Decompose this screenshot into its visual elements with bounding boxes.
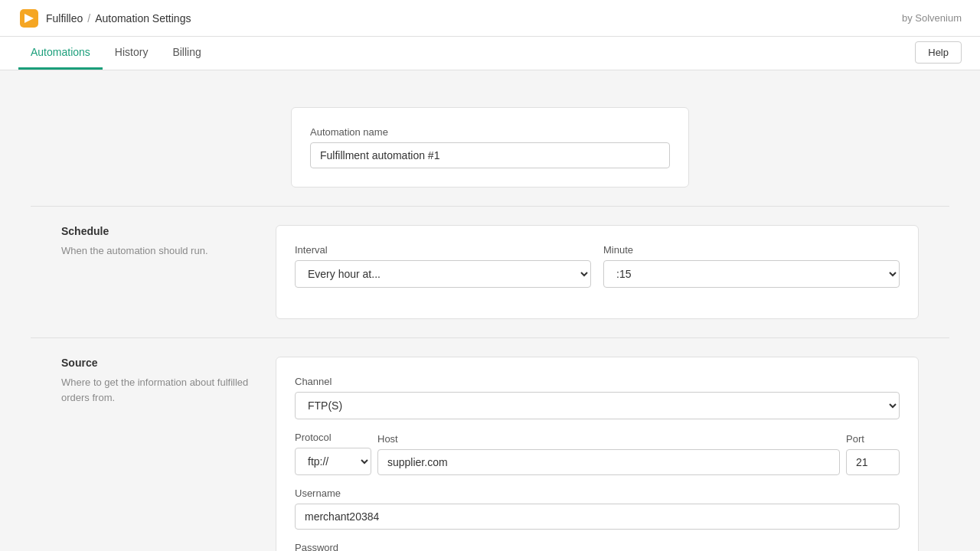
schedule-section-left: Schedule When the automation should run.: [61, 225, 276, 319]
tab-automations[interactable]: Automations: [18, 37, 103, 70]
host-col: Host: [377, 433, 840, 475]
username-label: Username: [295, 487, 900, 499]
automation-name-group: Automation name: [310, 126, 670, 168]
source-desc: Where to get the information about fulfi…: [61, 375, 251, 405]
breadcrumb-page: Automation Settings: [95, 12, 191, 24]
minute-group: Minute :00 :05 :10 :15 :20 :30 :45: [603, 244, 900, 300]
automation-name-input[interactable]: [310, 142, 670, 168]
password-group: Password: [295, 542, 900, 551]
port-input[interactable]: [846, 449, 900, 475]
schedule-label: Schedule: [61, 225, 251, 237]
channel-select[interactable]: FTP(S) SFTP HTTP Email: [295, 392, 900, 419]
host-label: Host: [377, 433, 840, 445]
protocol-host-port-row: Protocol ftp:// ftps:// sftp:// Host: [295, 432, 900, 475]
schedule-card: Interval Every hour at... Every day at..…: [276, 225, 919, 319]
automation-name-label: Automation name: [310, 126, 670, 138]
breadcrumb-separator: /: [87, 12, 90, 24]
source-label: Source: [61, 357, 251, 369]
protocol-col: Protocol ftp:// ftps:// sftp://: [295, 432, 371, 475]
breadcrumb: Fulfilleo / Automation Settings: [46, 12, 191, 24]
automation-name-section: Automation name: [31, 89, 949, 207]
channel-group: Channel FTP(S) SFTP HTTP Email: [295, 376, 900, 419]
main-content: Automation name Schedule When the automa…: [31, 70, 949, 551]
source-section-right: Channel FTP(S) SFTP HTTP Email Protocol: [276, 357, 919, 551]
schedule-section: Schedule When the automation should run.…: [31, 207, 949, 338]
username-input[interactable]: [295, 504, 900, 530]
nav-tabs: Automations History Billing: [18, 37, 214, 70]
interval-select[interactable]: Every hour at... Every day at... Every w…: [295, 260, 591, 288]
minute-select[interactable]: :00 :05 :10 :15 :20 :30 :45: [603, 260, 900, 288]
username-group: Username: [295, 487, 900, 530]
nav: Automations History Billing Help: [0, 37, 980, 70]
minute-label: Minute: [603, 244, 900, 256]
protocol-label: Protocol: [295, 432, 371, 443]
port-label: Port: [846, 433, 900, 445]
automation-name-card: Automation name: [291, 107, 689, 187]
host-input[interactable]: [377, 449, 840, 475]
source-card: Channel FTP(S) SFTP HTTP Email Protocol: [276, 357, 919, 551]
port-col: Port: [846, 433, 900, 475]
breadcrumb-app: Fulfilleo: [46, 12, 83, 24]
protocol-host-port-group: Protocol ftp:// ftps:// sftp:// Host: [295, 432, 900, 475]
tab-billing[interactable]: Billing: [160, 37, 213, 70]
logo-icon: [18, 8, 40, 29]
protocol-select[interactable]: ftp:// ftps:// sftp://: [295, 448, 371, 475]
interval-label: Interval: [295, 244, 591, 256]
source-section-left: Source Where to get the information abou…: [61, 357, 276, 551]
by-text: by Solvenium: [902, 12, 962, 24]
schedule-section-right: Interval Every hour at... Every day at..…: [276, 225, 919, 319]
interval-group: Interval Every hour at... Every day at..…: [295, 244, 591, 288]
tab-history[interactable]: History: [103, 37, 161, 70]
header-left: Fulfilleo / Automation Settings: [18, 8, 191, 29]
header: Fulfilleo / Automation Settings by Solve…: [0, 0, 980, 37]
help-button[interactable]: Help: [915, 41, 962, 64]
schedule-row: Interval Every hour at... Every day at..…: [295, 244, 900, 300]
schedule-desc: When the automation should run.: [61, 243, 251, 259]
channel-label: Channel: [295, 376, 900, 387]
password-label: Password: [295, 542, 900, 551]
source-section: Source Where to get the information abou…: [31, 338, 949, 551]
